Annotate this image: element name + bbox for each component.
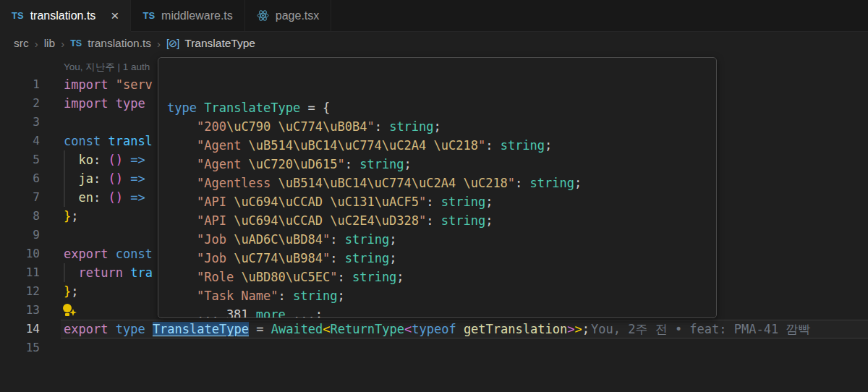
hover-line-6: "API \uC694\uCCAD \uC131\uACF5": string; [167, 192, 707, 211]
breadcrumb-src[interactable]: src [14, 37, 29, 50]
code-text: ko: () => [64, 150, 145, 169]
line-number: 14 [0, 320, 40, 338]
chevron-right-icon: › [157, 38, 161, 50]
hover-line-2: "200\uC790 \uC774\uB0B4": string; [167, 117, 707, 136]
lightbulb-sparkle-icon[interactable] [62, 303, 77, 318]
tab-label: translation.ts [30, 9, 96, 22]
symbol-link-translatetype[interactable]: TranslateType [153, 322, 249, 336]
hover-line-3: "Agent \uB514\uBC14\uC774\uC2A4 \uC218":… [167, 136, 707, 155]
line-number: 7 [0, 188, 40, 207]
code-text: ja: () => [64, 169, 145, 188]
type-symbol-icon: [⊘] [166, 38, 179, 49]
breadcrumb: src › lib › TS translation.ts › [⊘] Tran… [0, 32, 868, 55]
code-text: const transl [64, 132, 153, 150]
hover-line-11: "Task Name": string; [167, 286, 707, 305]
tab-label: page.tsx [276, 9, 319, 22]
tab-label: middleware.ts [161, 9, 233, 22]
code-text: }; [64, 207, 79, 226]
hover-popup[interactable]: type TranslateType = { "200\uC790 \uC774… [158, 57, 717, 318]
code-text: import "serv [64, 75, 153, 94]
code-text: en: () => [64, 188, 145, 207]
git-blame-annotation: You, 2주 전 • feat: PMA-41 깜빡 [591, 320, 810, 338]
line-number: 6 [0, 169, 40, 188]
hover-line-4: "Agent \uC720\uD615": string; [167, 155, 707, 174]
chevron-right-icon: › [35, 38, 38, 50]
chevron-right-icon: › [61, 38, 64, 50]
line-number: 4 [0, 132, 40, 150]
line-number: 8 [0, 207, 40, 226]
tab-page-tsx[interactable]: page.tsx [245, 0, 331, 31]
hover-type-definition: type TranslateType = { "200\uC790 \uC774… [167, 98, 707, 318]
code-line-14: 14export type TranslateType = Awaited<Re… [0, 320, 868, 338]
line-number: 9 [0, 226, 40, 244]
hover-line-5: "Agentless \uB514\uBC14\uC774\uC2A4 \uC2… [167, 174, 707, 192]
hover-line-7: "API \uC694\uCCAD \uC2E4\uD328": string; [167, 211, 707, 230]
line-number: 11 [0, 263, 40, 282]
typescript-icon: TS [142, 10, 155, 21]
hover-line-12: ... 381 more ...; [167, 305, 707, 318]
hover-line-9: "Job \uC774\uB984": string; [167, 249, 707, 268]
breadcrumb-symbol[interactable]: TranslateType [184, 37, 255, 50]
breadcrumb-lib[interactable]: lib [44, 37, 56, 50]
typescript-icon: TS [70, 38, 82, 48]
tab-translation-ts[interactable]: TS translation.ts × [0, 0, 131, 32]
line-number: 2 [0, 94, 40, 113]
code-text: return tra [64, 263, 153, 282]
code-text: export const [64, 244, 153, 263]
close-icon[interactable]: × [111, 9, 119, 22]
code-text: export type TranslateType = Awaited<Retu… [64, 320, 590, 338]
line-number: 12 [0, 282, 40, 301]
hover-line-8: "Job \uAD6C\uBD84": string; [167, 230, 707, 249]
hover-line-10: "Role \uBD80\uC5EC": string; [167, 268, 707, 286]
react-icon [257, 9, 269, 22]
line-number: 10 [0, 244, 40, 263]
tab-middleware-ts[interactable]: TS middleware.ts [131, 0, 244, 31]
line-number: 5 [0, 150, 40, 169]
line-number: 1 [0, 75, 40, 94]
breadcrumb-file[interactable]: translation.ts [88, 37, 151, 50]
line-number: 3 [0, 113, 40, 132]
line-number: 13 [0, 301, 40, 320]
line-number: 15 [0, 338, 40, 357]
code-line-15: 15 [0, 338, 868, 357]
hover-line-1: type TranslateType = { [167, 98, 707, 117]
tab-bar: TS translation.ts × TS middleware.ts pag… [0, 0, 868, 32]
code-text: }; [64, 282, 79, 301]
typescript-icon: TS [12, 10, 24, 21]
code-text: import type [64, 94, 145, 113]
